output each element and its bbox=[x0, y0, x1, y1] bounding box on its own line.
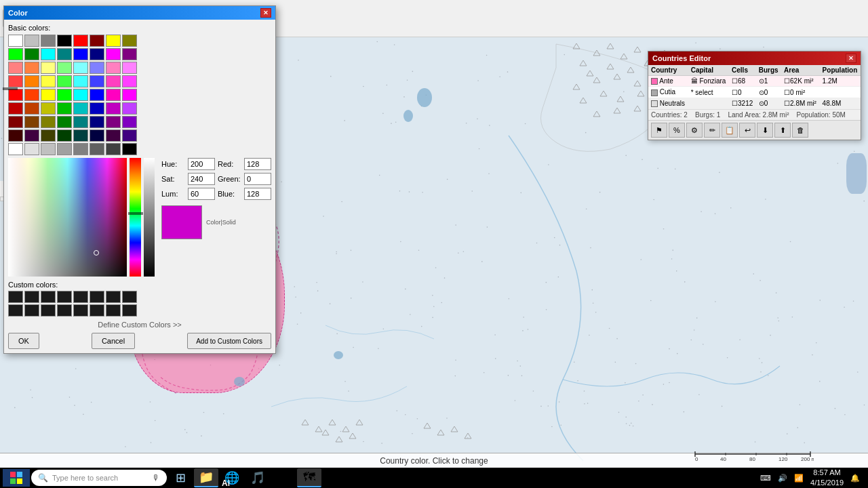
custom-swatch-4[interactable] bbox=[73, 291, 88, 303]
basic-swatch-25[interactable] bbox=[24, 75, 39, 87]
tool-gear[interactable]: ⚙ bbox=[686, 123, 703, 138]
basic-swatch-23[interactable] bbox=[122, 62, 137, 74]
basic-swatch-71[interactable] bbox=[122, 143, 137, 155]
basic-swatch-42[interactable] bbox=[41, 102, 56, 115]
basic-swatch-55[interactable] bbox=[122, 116, 137, 128]
custom-swatch-3[interactable] bbox=[57, 291, 72, 303]
hue-bar[interactable] bbox=[130, 158, 141, 277]
store-btn[interactable]: 🛍 bbox=[271, 468, 296, 487]
basic-swatch-12[interactable] bbox=[73, 48, 88, 60]
basic-swatch-2[interactable] bbox=[41, 35, 56, 47]
countries-editor-close[interactable]: ✕ bbox=[846, 54, 856, 63]
tool-flag[interactable]: ⚑ bbox=[651, 123, 667, 138]
basic-swatch-5[interactable] bbox=[90, 35, 104, 47]
basic-swatch-19[interactable] bbox=[57, 62, 72, 74]
task-view-btn[interactable]: ⊞ bbox=[168, 468, 193, 487]
basic-swatch-35[interactable] bbox=[57, 89, 72, 101]
basic-swatch-20[interactable] bbox=[73, 62, 88, 74]
basic-swatch-69[interactable] bbox=[90, 143, 104, 155]
basic-swatch-22[interactable] bbox=[106, 62, 121, 74]
custom-swatch-9[interactable] bbox=[24, 304, 39, 317]
basic-swatch-60[interactable] bbox=[73, 129, 88, 142]
basic-swatch-64[interactable] bbox=[8, 143, 23, 155]
tool-clipboard[interactable]: 📋 bbox=[722, 123, 738, 138]
basic-swatch-39[interactable] bbox=[122, 89, 137, 101]
basic-swatch-56[interactable] bbox=[8, 129, 23, 142]
file-explorer-btn[interactable]: 📁 bbox=[194, 468, 218, 487]
basic-swatch-49[interactable] bbox=[24, 116, 39, 128]
basic-swatch-13[interactable] bbox=[90, 48, 104, 60]
tool-delete[interactable]: 🗑 bbox=[792, 123, 808, 138]
custom-swatch-1[interactable] bbox=[24, 291, 39, 303]
red-input[interactable] bbox=[244, 158, 271, 170]
basic-swatch-48[interactable] bbox=[8, 116, 23, 128]
tray-icon-1[interactable]: ⌨ bbox=[760, 474, 771, 483]
basic-swatch-18[interactable] bbox=[41, 62, 56, 74]
basic-swatch-7[interactable] bbox=[122, 35, 137, 47]
custom-swatch-2[interactable] bbox=[41, 291, 56, 303]
table-row-cutia[interactable]: Cutia * select ☐0 ⊙0 ☐0 mi² bbox=[648, 87, 861, 98]
basic-swatch-0[interactable] bbox=[8, 35, 23, 47]
custom-swatch-15[interactable] bbox=[122, 304, 137, 317]
basic-swatch-27[interactable] bbox=[57, 75, 72, 87]
blue-input[interactable] bbox=[244, 188, 271, 200]
basic-swatch-15[interactable] bbox=[122, 48, 137, 60]
basic-swatch-26[interactable] bbox=[41, 75, 56, 87]
start-button[interactable] bbox=[3, 469, 30, 487]
basic-swatch-9[interactable] bbox=[24, 48, 39, 60]
app-icon[interactable]: 🗺 bbox=[297, 468, 321, 487]
basic-swatch-41[interactable] bbox=[24, 102, 39, 115]
basic-swatch-57[interactable] bbox=[24, 129, 39, 142]
basic-swatch-36[interactable] bbox=[73, 89, 88, 101]
basic-swatch-37[interactable] bbox=[90, 89, 104, 101]
basic-swatch-29[interactable] bbox=[90, 75, 104, 87]
ok-button[interactable]: OK bbox=[8, 333, 39, 349]
basic-swatch-63[interactable] bbox=[122, 129, 137, 142]
basic-swatch-4[interactable] bbox=[73, 35, 88, 47]
basic-swatch-70[interactable] bbox=[106, 143, 121, 155]
basic-swatch-33[interactable] bbox=[24, 89, 39, 101]
basic-swatch-40[interactable] bbox=[8, 102, 23, 115]
tool-percent[interactable]: % bbox=[669, 123, 685, 138]
basic-swatch-38[interactable] bbox=[106, 89, 121, 101]
basic-swatch-14[interactable] bbox=[106, 48, 121, 60]
custom-swatch-12[interactable] bbox=[73, 304, 88, 317]
tray-icon-2[interactable]: 🔊 bbox=[778, 474, 787, 483]
hue-input[interactable] bbox=[188, 158, 215, 170]
basic-swatch-65[interactable] bbox=[24, 143, 39, 155]
tool-edit[interactable]: ✏ bbox=[704, 123, 720, 138]
basic-swatch-46[interactable] bbox=[106, 102, 121, 115]
tray-icon-network[interactable]: 📶 bbox=[794, 474, 804, 483]
sat-input[interactable] bbox=[188, 173, 215, 185]
basic-swatch-66[interactable] bbox=[41, 143, 56, 155]
tool-undo[interactable]: ↩ bbox=[739, 123, 755, 138]
basic-swatch-8[interactable] bbox=[8, 48, 23, 60]
custom-swatch-10[interactable] bbox=[41, 304, 56, 317]
basic-swatch-52[interactable] bbox=[73, 116, 88, 128]
basic-swatch-44[interactable] bbox=[73, 102, 88, 115]
notification-btn[interactable]: 🔔 bbox=[850, 474, 860, 483]
basic-swatch-50[interactable] bbox=[41, 116, 56, 128]
custom-swatch-5[interactable] bbox=[90, 291, 104, 303]
basic-swatch-6[interactable] bbox=[106, 35, 121, 47]
basic-swatch-53[interactable] bbox=[90, 116, 104, 128]
basic-swatch-67[interactable] bbox=[57, 143, 72, 155]
basic-swatch-28[interactable] bbox=[73, 75, 88, 87]
basic-swatch-3[interactable] bbox=[57, 35, 72, 47]
add-custom-button[interactable]: Add to Custom Colors bbox=[187, 333, 271, 349]
color-dialog-close[interactable]: ✕ bbox=[260, 8, 271, 18]
custom-swatch-6[interactable] bbox=[106, 291, 121, 303]
basic-swatch-34[interactable] bbox=[41, 89, 56, 101]
table-row-ante[interactable]: Ante 🏛 Fonziara ☐68 ⊙1 ☐62K mi² 1.2M bbox=[648, 76, 861, 87]
basic-swatch-1[interactable] bbox=[24, 35, 39, 47]
basic-swatch-62[interactable] bbox=[106, 129, 121, 142]
cancel-button[interactable]: Cancel bbox=[92, 333, 135, 349]
basic-swatch-54[interactable] bbox=[106, 116, 121, 128]
color-spectrum[interactable] bbox=[8, 158, 127, 277]
lum-input[interactable] bbox=[188, 188, 215, 200]
tool-down[interactable]: ⬇ bbox=[757, 123, 773, 138]
basic-swatch-59[interactable] bbox=[57, 129, 72, 142]
custom-swatch-7[interactable] bbox=[122, 291, 137, 303]
basic-swatch-51[interactable] bbox=[57, 116, 72, 128]
basic-swatch-45[interactable] bbox=[90, 102, 104, 115]
